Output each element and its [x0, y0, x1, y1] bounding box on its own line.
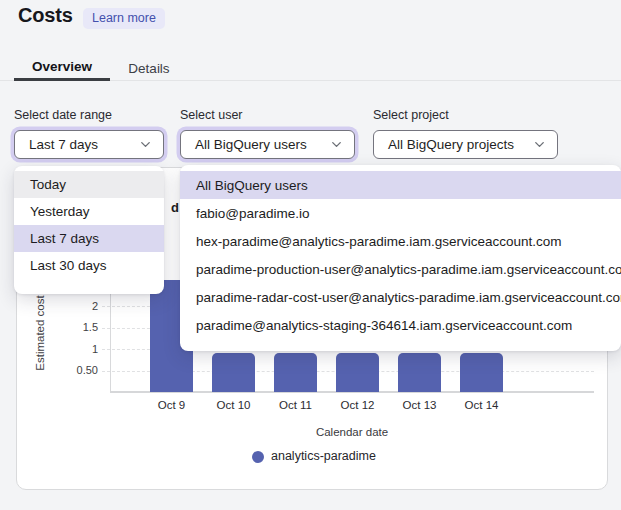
- project-label: Select project: [373, 108, 449, 122]
- menu-item-all-bigquery-users[interactable]: All BigQuery users: [180, 171, 621, 199]
- bar-oct-13: [398, 353, 441, 392]
- chevron-down-icon: [138, 137, 153, 152]
- user-label: Select user: [180, 108, 243, 122]
- y-tick-label: 1.5: [58, 321, 98, 333]
- date-range-label: Select date range: [14, 108, 112, 122]
- menu-item-yesterday[interactable]: Yesterday: [14, 198, 164, 225]
- x-tick-label: Oct 13: [389, 399, 451, 411]
- x-tick-label: Oct 9: [141, 399, 203, 411]
- page-title: Costs: [18, 4, 73, 27]
- select-user-value: All BigQuery users: [195, 137, 307, 152]
- user-menu: All BigQuery usersfabio@paradime.iohex-p…: [180, 165, 621, 351]
- x-tick-label: Oct 12: [327, 399, 389, 411]
- bar-oct-14: [460, 353, 503, 392]
- menu-item-last-30-days[interactable]: Last 30 days: [14, 252, 164, 279]
- select-project-value: All BigQuery projects: [388, 137, 514, 152]
- learn-more-badge[interactable]: Learn more: [83, 8, 165, 29]
- tab-bar: Overview Details: [0, 55, 621, 81]
- chart-title-fragment: d: [171, 200, 179, 215]
- menu-item-fabio-paradime-io[interactable]: fabio@paradime.io: [180, 199, 621, 227]
- legend-dot: [252, 451, 264, 463]
- menu-item-today[interactable]: Today: [14, 171, 164, 198]
- menu-item-paradime-analytics-staging-364614-iam-gserviceaccount-com[interactable]: paradime@analytics-staging-364614.iam.gs…: [180, 311, 621, 339]
- tab-overview[interactable]: Overview: [14, 55, 110, 81]
- x-axis-title: Calendar date: [252, 426, 452, 438]
- x-tick-label: Oct 10: [203, 399, 265, 411]
- bar-oct-12: [336, 353, 379, 392]
- costs-page: Costs Learn more Overview Details Select…: [0, 0, 621, 510]
- chevron-down-icon: [329, 137, 344, 152]
- y-tick-label: 2: [58, 300, 98, 312]
- y-tick-label: 0.50: [58, 364, 98, 376]
- select-date-range-value: Last 7 days: [29, 137, 98, 152]
- select-project[interactable]: All BigQuery projects: [373, 130, 558, 159]
- menu-item-last-7-days[interactable]: Last 7 days: [14, 225, 164, 252]
- bar-oct-10: [212, 353, 255, 392]
- chevron-down-icon: [532, 137, 547, 152]
- bar-oct-11: [274, 353, 317, 392]
- x-tick-label: Oct 14: [451, 399, 513, 411]
- select-user[interactable]: All BigQuery users: [180, 130, 355, 159]
- select-date-range[interactable]: Last 7 days: [14, 130, 164, 159]
- tab-details[interactable]: Details: [126, 55, 172, 81]
- date-range-menu: TodayYesterdayLast 7 daysLast 30 days: [14, 166, 164, 294]
- legend-label: analytics-paradime: [271, 449, 376, 463]
- y-tick-label: 1: [58, 343, 98, 355]
- menu-item-paradime-radar-cost-user-analytics-paradime-iam-gserviceaccount-com[interactable]: paradime-radar-cost-user@analytics-parad…: [180, 283, 621, 311]
- menu-item-paradime-production-user-analytics-paradime-iam-gserviceaccount-com[interactable]: paradime-production-user@analytics-parad…: [180, 255, 621, 283]
- x-tick-label: Oct 11: [265, 399, 327, 411]
- menu-item-hex-paradime-analytics-paradime-iam-gserviceaccount-com[interactable]: hex-paradime@analytics-paradime.iam.gser…: [180, 227, 621, 255]
